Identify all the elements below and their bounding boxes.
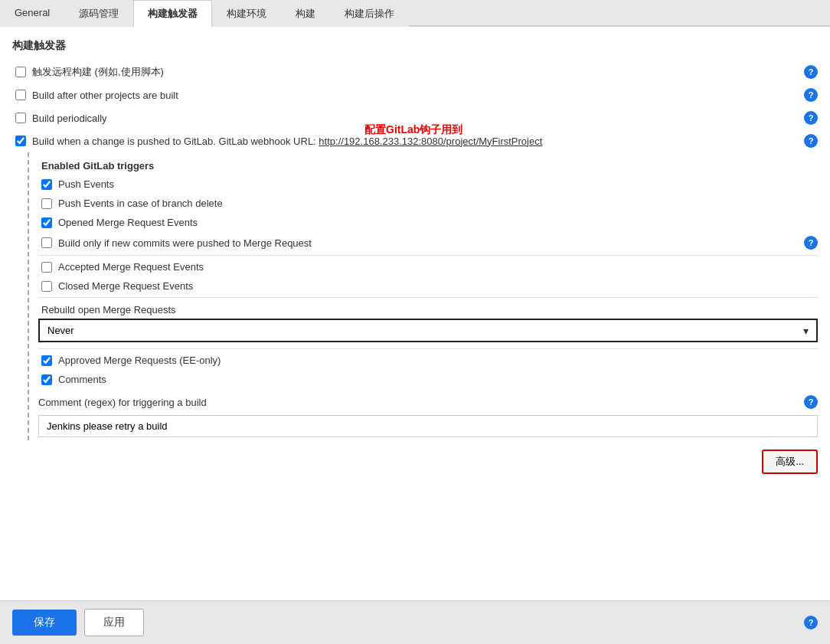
checkbox-approved-merge[interactable] [41, 355, 52, 366]
rebuild-select[interactable]: Never On push to source branch On push t… [38, 319, 818, 342]
checkbox-closed-merge[interactable] [41, 281, 52, 292]
gitlab-label-prefix: Build when a change is pushed to GitLab.… [32, 136, 319, 147]
checkbox-build-periodically[interactable] [15, 113, 26, 123]
label-closed-merge: Closed Merge Request Events [58, 280, 193, 292]
label-push-events: Push Events [58, 178, 114, 190]
divider-2 [38, 297, 818, 298]
checkbox-accepted-merge[interactable] [41, 262, 52, 273]
checkbox-build-new-commits[interactable] [41, 237, 52, 248]
label-build-after-other: Build after other projects are built [32, 90, 178, 101]
enabled-gitlab-title: Enabled GitLab triggers [38, 160, 818, 172]
checkbox-gitlab-push[interactable] [15, 136, 26, 146]
option-build-periodically: Build periodically ? [12, 106, 818, 129]
label-trigger-remote: 触发远程构建 (例如,使用脚本) [32, 65, 164, 79]
label-comments: Comments [58, 374, 106, 385]
label-opened-merge: Opened Merge Request Events [58, 217, 198, 228]
rebuild-label: Rebuild open Merge Requests [41, 304, 818, 315]
option-gitlab-push: 配置GitLab钩子用到 Build when a change is push… [12, 129, 818, 152]
divider-3 [38, 348, 818, 349]
help-icon-trigger-remote[interactable]: ? [804, 65, 818, 79]
main-content: 构建触发器 触发远程构建 (例如,使用脚本) ? Build after oth… [0, 27, 830, 609]
tab-build[interactable]: 构建 [281, 0, 330, 27]
help-icon-gitlab[interactable]: ? [804, 134, 818, 148]
option-build-after-other: Build after other projects are built ? [12, 83, 818, 106]
tab-triggers[interactable]: 构建触发器 [133, 0, 212, 27]
option-comments: Comments [38, 370, 818, 389]
help-icon-comment-regex[interactable]: ? [804, 395, 818, 409]
comment-regex-row: Comment (regex) for triggering a build ? [38, 395, 818, 409]
checkbox-build-after-other[interactable] [15, 90, 26, 100]
label-push-branch-delete: Push Events in case of branch delete [58, 198, 223, 209]
help-icon-build-new-commits[interactable]: ? [804, 236, 818, 250]
label-build-new-commits: Build only if new commits were pushed to… [58, 237, 312, 249]
checkbox-push-events[interactable] [41, 179, 52, 190]
label-gitlab-push: Build when a change is pushed to GitLab.… [32, 136, 542, 147]
help-icon-build-periodically[interactable]: ? [804, 111, 818, 125]
checkbox-trigger-remote[interactable] [15, 67, 26, 77]
advanced-row: 高级... [12, 449, 818, 474]
option-opened-merge: Opened Merge Request Events [38, 213, 818, 232]
option-accepted-merge: Accepted Merge Request Events [38, 257, 818, 276]
enabled-gitlab-section: Enabled GitLab triggers Push Events Push… [28, 152, 818, 440]
help-icon-build-after-other[interactable]: ? [804, 88, 818, 102]
tab-bar: General 源码管理 构建触发器 构建环境 构建 构建后操作 [0, 0, 830, 27]
tab-general[interactable]: General [0, 0, 64, 27]
option-push-branch-delete: Push Events in case of branch delete [38, 194, 818, 213]
option-closed-merge: Closed Merge Request Events [38, 276, 818, 296]
rebuild-select-wrapper: Never On push to source branch On push t… [38, 319, 818, 342]
label-build-periodically: Build periodically [32, 113, 107, 124]
option-approved-merge: Approved Merge Requests (EE-only) [38, 351, 818, 370]
checkbox-comments[interactable] [41, 374, 52, 385]
option-push-events: Push Events [38, 175, 818, 194]
tab-scm[interactable]: 源码管理 [64, 0, 133, 27]
gitlab-webhook-url: http://192.168.233.132:8080/project/MyFi… [319, 136, 542, 147]
comment-regex-label: Comment (regex) for triggering a build [38, 397, 207, 408]
divider-1 [38, 255, 818, 256]
label-approved-merge: Approved Merge Requests (EE-only) [58, 355, 221, 366]
comment-regex-input[interactable] [38, 415, 818, 437]
section-title: 构建触发器 [12, 39, 818, 53]
bottom-bar: 保存 应用 ? [0, 600, 830, 609]
option-trigger-remote: 触发远程构建 (例如,使用脚本) ? [12, 60, 818, 83]
checkbox-push-branch-delete[interactable] [41, 198, 52, 209]
tab-env[interactable]: 构建环境 [212, 0, 281, 27]
label-accepted-merge: Accepted Merge Request Events [58, 261, 204, 273]
tab-post[interactable]: 构建后操作 [330, 0, 409, 27]
advanced-button[interactable]: 高级... [762, 449, 818, 474]
option-build-new-commits: Build only if new commits were pushed to… [38, 232, 818, 253]
checkbox-opened-merge[interactable] [41, 217, 52, 228]
